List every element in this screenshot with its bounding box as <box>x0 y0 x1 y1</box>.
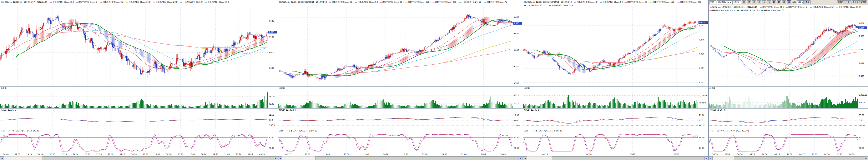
svg-text:2,000.00: 2,000.00 <box>859 94 867 96</box>
time-axis-label: 20:00 <box>85 153 90 155</box>
panel-header: 日経225mini 12/06( 5分) 2012/04/17 - 2012/0… <box>0 0 278 7</box>
volume-chart[interactable]: 2,000.00800.00 <box>709 90 868 108</box>
symbol-select[interactable]: 日経225mini▼ <box>717 0 732 4</box>
legend-item: 一目均衡表( 9, 26, 52 ) <box>524 4 547 6</box>
category-select[interactable]: 先物▼ <box>709 0 716 4</box>
minute-interval-button[interactable]: 30 <box>782 0 786 4</box>
chart-style-button[interactable]: 日 <box>742 0 746 4</box>
indicator-legend: 移動平均FX( Close, 40 )移動平均FX( Close, 5 )移動平… <box>329 1 510 3</box>
minute-interval-button[interactable]: 1 <box>762 0 766 4</box>
scroll-left-icon[interactable]: ◀ <box>523 156 527 160</box>
stochastics-chart[interactable]: 80.0020.00 <box>0 133 278 153</box>
apply-button[interactable]: 更新 <box>804 0 810 4</box>
minute-interval-button[interactable]: 15 <box>777 0 781 4</box>
scroll-right-icon[interactable]: ▶ <box>704 156 708 160</box>
dropdown-caret-icon: ▼ <box>730 1 731 3</box>
macd-chart[interactable]: 35.000.00-35.00 <box>709 112 868 129</box>
chart-scrollbar[interactable]: ◀ ▶ <box>0 156 278 160</box>
legend-color-marker-icon <box>126 2 128 2</box>
chart-scrollbar[interactable]: ◀ ▶ <box>709 156 868 160</box>
time-axis-label: 04/17 <box>285 153 291 155</box>
scroll-thumb[interactable] <box>42 156 274 160</box>
legend-item: 移動平均FX( Close, 40 ) <box>760 6 784 8</box>
scroll-left-icon[interactable]: ◀ <box>278 156 282 160</box>
legend-item: 移動平均FX( Close, 200 ) <box>433 1 458 3</box>
toolbar-tool-button[interactable]: テクニカル指標 <box>851 0 867 4</box>
legend-item: 移動平均FX( Close, 75 ) <box>549 4 573 6</box>
svg-text:9,520: 9,520 <box>859 62 864 64</box>
legend-color-marker-icon <box>100 2 102 2</box>
price-chart[interactable]: 9,6359,6259,6159,6059,625 <box>0 7 278 87</box>
volume-chart[interactable]: 295.3098.40 <box>0 90 278 108</box>
price-chart[interactable]: 9,6459,5959,5459,4959,4459,655 <box>523 7 708 87</box>
svg-text:9,655: 9,655 <box>699 22 705 24</box>
contract-select[interactable]: 12/06▼ <box>733 0 741 4</box>
legend-color-marker-icon <box>180 2 182 2</box>
minute-interval-button[interactable]: 60 <box>787 0 792 4</box>
scroll-track[interactable] <box>713 156 864 160</box>
scroll-thumb[interactable] <box>552 156 704 160</box>
time-axis-label: 04/18 <box>674 153 679 155</box>
scroll-right-icon[interactable]: ▶ <box>519 156 523 160</box>
panel-header: 日経225mini 12/06( 30分) 2012/04/11 - 2012/… <box>523 0 708 7</box>
scroll-track[interactable] <box>282 156 519 160</box>
scroll-track[interactable] <box>527 156 704 160</box>
legend-item: 一目均衡表( 9, 26, 52 ) <box>459 1 483 3</box>
time-axis-label: 10:00 <box>500 153 506 155</box>
scroll-left-icon[interactable]: ◀ <box>709 156 713 160</box>
scroll-thumb[interactable] <box>315 156 519 160</box>
time-axis-label: 17:00 <box>189 153 195 155</box>
legend-item: 移動平均FX( Close, 200 ) <box>153 1 178 3</box>
time-axis-label: 04/16 <box>586 153 591 155</box>
stochastics-chart[interactable]: 80.0020.00 <box>278 133 523 153</box>
svg-text:9,540: 9,540 <box>514 82 519 84</box>
macd-chart[interactable]: 25.000.00-25.00 <box>523 112 708 129</box>
scroll-track[interactable] <box>4 156 274 160</box>
legend-item: 移動平均FX( Close, 40 ) <box>329 1 353 3</box>
legend-item: 一目均衡表( 9, 26, 52 ) <box>737 9 760 11</box>
time-axis-label: 16:30 <box>812 153 817 155</box>
stochastics-chart[interactable]: 80.0020.00 <box>523 133 708 153</box>
stochastics-chart[interactable]: 80.0020.00 <box>709 133 868 153</box>
price-chart[interactable]: 9,6609,6309,6009,5709,5409,650 <box>278 7 523 87</box>
legend-color-marker-icon <box>574 2 576 2</box>
scroll-thumb[interactable] <box>734 156 864 160</box>
macd-chart[interactable]: 11.500.50-10.50 <box>0 112 278 129</box>
chart-panel-5min: 日経225mini 12/06( 5分) 2012/04/17 - 2012/0… <box>0 0 278 160</box>
scroll-right-icon[interactable]: ▶ <box>274 156 278 160</box>
chart-scrollbar[interactable]: ◀ ▶ <box>523 156 708 160</box>
toolbar-tool-button[interactable]: 比較チャート <box>837 0 851 4</box>
legend-item: 移動平均FX( Close, 5 ) <box>785 6 808 8</box>
stoch-label: スロー・ストキャスティクス( 14, 3, 80, 20 ) <box>0 129 278 133</box>
svg-text:9,570: 9,570 <box>514 66 519 68</box>
scroll-left-icon[interactable]: ◀ <box>0 156 4 160</box>
time-axis-label: 13:00 <box>422 153 428 155</box>
legend-color-marker-icon <box>549 5 551 6</box>
time-axis-label: 04/13 <box>749 153 755 155</box>
svg-text:9,625: 9,625 <box>269 31 274 33</box>
time-axis: 16:3004/1216:3004/1316:3004/1616:3004/17… <box>709 153 868 156</box>
minute-interval-button[interactable]: 5 <box>767 0 771 4</box>
minute-interval-button[interactable]: 10 <box>772 0 776 4</box>
time-axis-label: 04/18 <box>383 153 389 155</box>
time-axis-label: 17:00 <box>442 153 447 155</box>
chart-scrollbar[interactable]: ◀ ▶ <box>278 156 523 160</box>
volume-chart[interactable]: 600.00200.00 <box>278 90 523 108</box>
chart-style-button[interactable]: 分 <box>757 0 762 4</box>
legend-color-marker-icon <box>760 7 762 7</box>
volume-label: 出来高 <box>0 87 278 90</box>
legend-item: 移動平均FX( Close, 25 ) <box>380 1 404 3</box>
dropdown-caret-icon: ▼ <box>802 1 803 3</box>
macd-chart[interactable]: 15.000.00-15.00 <box>278 112 523 129</box>
svg-text:11.50: 11.50 <box>269 114 274 116</box>
time-axis: 04/1710:0013:0017:0021:0004/1810:0013:00… <box>278 153 523 156</box>
scroll-right-icon[interactable]: ▶ <box>864 156 868 160</box>
chart-style-button[interactable]: 月 <box>752 0 756 4</box>
price-chart[interactable]: 9,6709,6209,5709,5209,4709,660 <box>709 12 868 87</box>
time-axis-label: 13:00 <box>155 153 160 155</box>
bars-count-select[interactable]: 500▼ <box>797 0 804 4</box>
macd-label: MACD( 12, 26, 9 ) <box>278 108 523 112</box>
volume-chart[interactable]: 1,000.00400.00 <box>523 90 708 108</box>
legend-color-marker-icon <box>677 2 680 2</box>
chart-style-button[interactable]: 週 <box>747 0 751 4</box>
